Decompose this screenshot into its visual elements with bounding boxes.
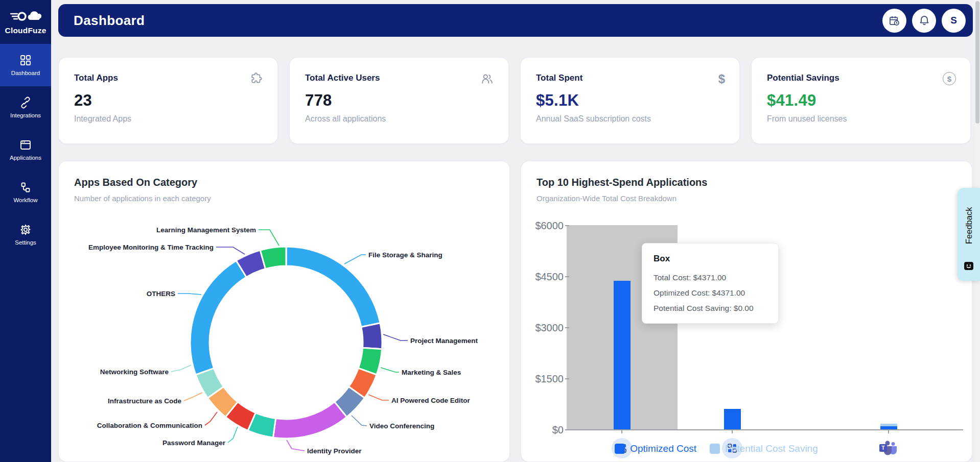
calendar-schedule-icon [889, 15, 900, 27]
puzzle-icon [250, 72, 263, 87]
dollar-icon: $ [718, 72, 725, 86]
donut-segment-label: Marketing & Sales [402, 369, 461, 376]
top-spend-apps-panel: Top 10 Highest-Spend Applications Organi… [521, 161, 972, 462]
card-title: Total Active Users [305, 73, 493, 83]
donut-label-leader-line [344, 255, 366, 264]
y-axis-tick-label: $6000 [535, 220, 564, 232]
donut-segment-label: Identity Provider [307, 447, 362, 455]
donut-label-leader-line [352, 416, 367, 426]
card-value: $41.49 [767, 91, 955, 110]
card-value: 23 [74, 91, 262, 110]
scrollbar-thumb[interactable] [975, 1, 979, 124]
donut-label-leader-line [178, 294, 201, 295]
donut-label-leader-line [383, 334, 408, 341]
sidebar-item-label: Applications [10, 155, 41, 161]
y-axis-tickmark [565, 378, 569, 379]
x-axis-tickmark [732, 430, 733, 433]
card-potential-savings: Potential Savings $ $41.49 From unused l… [751, 57, 971, 144]
dashboard-grid-icon [19, 54, 32, 66]
donut-segment[interactable] [286, 247, 380, 327]
donut-label-leader-line [259, 230, 279, 246]
bar-optimized-cost[interactable] [614, 281, 631, 429]
bar-optimized-cost[interactable] [724, 409, 741, 429]
donut-segment[interactable] [260, 247, 286, 269]
page-title: Dashboard [74, 13, 145, 29]
x-axis-tickmark [621, 430, 622, 433]
donut-segment[interactable] [273, 402, 346, 439]
y-axis-tick-label: $4500 [535, 271, 564, 283]
cloudfuze-logo-icon [10, 9, 41, 25]
legend-item-optimized-cost[interactable]: Optimized Cost [615, 443, 696, 454]
notification-bell-icon [918, 14, 930, 27]
card-title: Total Apps [74, 73, 262, 83]
integrations-plug-icon [19, 96, 32, 109]
donut-segment[interactable] [361, 323, 382, 349]
stat-cards-row: Total Apps 23 Integrated Apps Total Acti… [58, 57, 971, 144]
donut-label-leader-line [205, 412, 217, 425]
sidebar-item-label: Workflow [13, 197, 37, 203]
donut-segment-label: Infrastructure as Code [108, 397, 182, 405]
sidebar-item-label: Settings [15, 239, 36, 246]
donut-segment[interactable] [190, 260, 246, 375]
donut-segment-label: Learning Management System [156, 226, 256, 234]
y-axis-tickmark [565, 276, 569, 277]
donut-segment-label: File Storage & Sharing [368, 251, 442, 259]
bar-tooltip: Box Total Cost: $4371.00 Optimized Cost:… [642, 243, 779, 324]
applications-window-icon [19, 139, 32, 151]
sidebar-item-applications[interactable]: Applications [0, 129, 51, 171]
legend-label: Optimized Cost [630, 443, 696, 454]
legend-item-potential-cost-saving[interactable]: Potential Cost Saving [710, 443, 818, 454]
sidebar-item-workflow[interactable]: Workflow [0, 171, 51, 213]
sidebar-item-settings[interactable]: Settings [0, 213, 51, 256]
card-total-apps: Total Apps 23 Integrated Apps [58, 57, 278, 144]
top-header: Dashboard [58, 4, 973, 37]
legend-marker-saving [710, 444, 720, 454]
card-value: $5.1K [536, 91, 724, 110]
header-actions: S [882, 9, 966, 33]
feedback-tab-button[interactable]: Feedback [958, 188, 980, 281]
bar-potential-cost-saving[interactable] [880, 424, 897, 426]
card-title: Total Spent [536, 73, 724, 83]
settings-gear-icon [19, 224, 32, 236]
sidebar-item-integrations[interactable]: Integrations [0, 86, 51, 129]
dollar-circle-icon: $ [943, 72, 956, 85]
feedback-label: Feedback [964, 195, 974, 256]
tooltip-potential-saving: Potential Cost Saving: $0.00 [654, 301, 767, 316]
workflow-nodes-icon [19, 181, 32, 193]
card-subtitle: From unused licenses [767, 114, 955, 124]
tooltip-total-cost: Total Cost: $4371.00 [654, 270, 767, 285]
notifications-button[interactable] [912, 9, 936, 33]
donut-segment-label: AI Powered Code Editor [391, 397, 471, 404]
y-axis-tickmark [565, 225, 569, 226]
donut-label-leader-line [287, 440, 305, 451]
sidebar-item-dashboard[interactable]: Dashboard [0, 44, 51, 86]
donut-label-leader-line [171, 365, 191, 372]
user-avatar[interactable]: S [942, 9, 966, 33]
card-subtitle: Across all applications [305, 114, 493, 124]
brand-logo[interactable]: CloudFuze [0, 0, 51, 44]
legend-marker-optimized [615, 444, 625, 454]
legend-label: Potential Cost Saving [725, 443, 818, 454]
avatar-initial: S [950, 15, 957, 26]
bar-chart-legend: Optimized Cost Potential Cost Saving [521, 443, 912, 454]
donut-segment-label: Password Manager [162, 439, 226, 447]
card-title: Potential Savings [767, 73, 955, 83]
donut-segment-label: Project Management [410, 337, 478, 345]
y-axis-tickmark [565, 327, 569, 328]
donut-segment-label: OTHERS [147, 290, 175, 298]
donut-label-leader-line [381, 368, 399, 372]
card-total-active-users: Total Active Users 778 Across all applic… [289, 57, 509, 144]
sidebar-item-label: Integrations [10, 112, 41, 118]
card-subtitle: Integrated Apps [74, 114, 262, 124]
sidebar: CloudFuze Dashboard Integrations [0, 0, 51, 462]
bar-optimized-cost[interactable] [880, 426, 897, 429]
y-axis-tick-label: $0 [552, 424, 564, 436]
tooltip-optimized-cost: Optimized Cost: $4371.00 [654, 285, 767, 301]
calendar-schedule-button[interactable] [882, 9, 906, 33]
apps-by-category-panel: Apps Based On Category Number of applica… [58, 161, 510, 462]
sidebar-item-label: Dashboard [11, 70, 40, 76]
donut-segment-label: Collaboration & Communication [97, 422, 202, 429]
feedback-smiley-icon [964, 261, 974, 273]
brand-name: CloudFuze [5, 26, 46, 35]
apps-category-donut-chart[interactable]: File Storage & SharingProject Management… [59, 161, 510, 462]
